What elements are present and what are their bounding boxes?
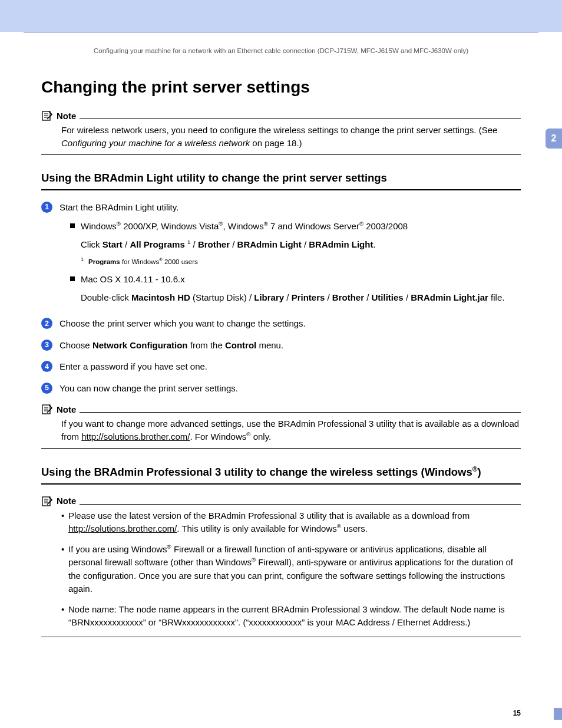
page-tab-decoration bbox=[554, 708, 562, 720]
step-1-path-1: Click Start / All Programs 1 / Brother /… bbox=[81, 238, 521, 252]
page-number: 15 bbox=[513, 709, 521, 717]
running-header: Configuring your machine for a network w… bbox=[41, 47, 521, 54]
step-number-icon: 1 bbox=[41, 202, 52, 213]
step-1-text: Start the BRAdmin Light utility. bbox=[59, 201, 521, 215]
note-icon bbox=[41, 110, 53, 121]
section-heading-2: Using the BRAdmin Professional 3 utility… bbox=[41, 465, 521, 485]
step-1-bullet-1: Windows® 2000/XP, Windows Vista®, Window… bbox=[81, 220, 521, 233]
step-5: 5 You can now change the print server se… bbox=[41, 382, 521, 396]
step-1: 1 Start the BRAdmin Light utility. Windo… bbox=[41, 201, 521, 309]
step-2-text: Choose the print server which you want t… bbox=[59, 317, 521, 331]
note-label: Note bbox=[57, 111, 76, 121]
note3-bullet-1: • Please use the latest version of the B… bbox=[61, 509, 521, 536]
note-body-2: If you want to change more advanced sett… bbox=[41, 417, 521, 449]
note-icon bbox=[41, 495, 53, 507]
step-3: 3 Choose Network Configuration from the … bbox=[41, 339, 521, 353]
note-label: Note bbox=[57, 404, 76, 414]
square-bullet-icon bbox=[70, 223, 75, 228]
step-1-path-2: Double-click Macintosh HD (Startup Disk)… bbox=[81, 291, 521, 305]
step-3-text: Choose Network Configuration from the Co… bbox=[59, 339, 521, 353]
square-bullet-icon bbox=[70, 276, 75, 281]
section-heading-1: Using the BRAdmin Light utility to chang… bbox=[41, 172, 521, 190]
step-4: 4 Enter a password if you have set one. bbox=[41, 360, 521, 374]
header-band bbox=[0, 0, 562, 32]
solutions-link-2[interactable]: http://solutions.brother.com/ bbox=[68, 523, 177, 533]
note-body-1: For wireless network users, you need to … bbox=[41, 124, 521, 155]
chapter-tab: 2 bbox=[546, 129, 562, 149]
note-block-1: Note For wireless network users, you nee… bbox=[41, 110, 521, 155]
step-2: 2 Choose the print server which you want… bbox=[41, 317, 521, 331]
step-number-icon: 5 bbox=[41, 383, 52, 394]
footnote-1: 1Programs for Windows® 2000 users bbox=[81, 256, 521, 267]
note3-bullet-3: • Node name: The node name appears in th… bbox=[61, 603, 521, 630]
note3-bullet-2: • If you are using Windows® Firewall or … bbox=[61, 543, 521, 596]
page-title: Changing the print server settings bbox=[41, 78, 521, 97]
note-block-3: Note • Please use the latest version of … bbox=[41, 495, 521, 637]
step-5-text: You can now change the print server sett… bbox=[59, 382, 521, 396]
step-number-icon: 4 bbox=[41, 361, 52, 372]
note-block-2: Note If you want to change more advanced… bbox=[41, 403, 521, 449]
note-icon bbox=[41, 403, 53, 415]
step-1-bullet-2: Mac OS X 10.4.11 - 10.6.x bbox=[81, 273, 521, 286]
solutions-link[interactable]: http://solutions.brother.com/ bbox=[81, 431, 190, 442]
step-4-text: Enter a password if you have set one. bbox=[59, 360, 521, 374]
step-number-icon: 3 bbox=[41, 340, 52, 351]
step-number-icon: 2 bbox=[41, 318, 52, 329]
note-label: Note bbox=[57, 496, 76, 506]
